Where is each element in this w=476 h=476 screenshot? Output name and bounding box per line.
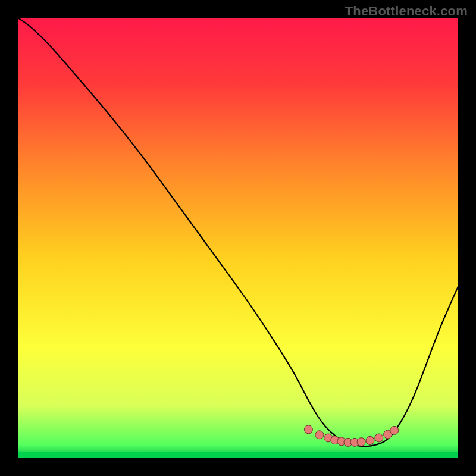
bottleneck-plot — [18, 18, 458, 458]
optimal-marker — [390, 426, 399, 434]
chart-stage: TheBottleneck.com — [0, 0, 476, 476]
optimal-marker — [357, 438, 365, 446]
green-band — [18, 452, 458, 458]
optimal-marker — [315, 431, 324, 439]
optimal-marker — [304, 425, 312, 434]
watermark-text: TheBottleneck.com — [345, 4, 468, 19]
optimal-marker — [375, 434, 383, 442]
optimal-marker — [366, 436, 374, 444]
